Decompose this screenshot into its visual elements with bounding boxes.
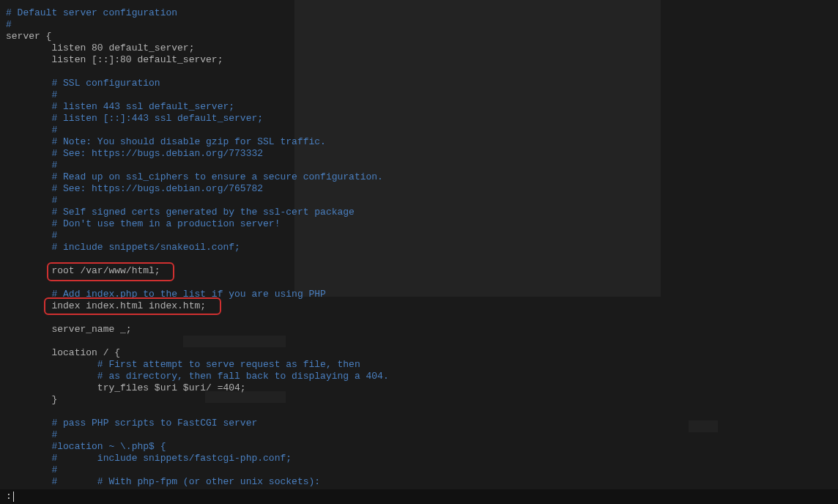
code-line: index index.html index.htm; <box>0 300 206 312</box>
code-line: # listen 443 ssl default_server; <box>0 101 234 113</box>
code-line: # <box>0 230 57 242</box>
code-line: try_files $uri $uri/ =404; <box>0 382 246 394</box>
code-line: # as directory, then fall back to displa… <box>0 371 389 382</box>
vim-command-line[interactable]: : <box>0 489 838 504</box>
code-line <box>0 253 6 265</box>
code-line: } <box>0 394 57 406</box>
code-line: # <box>0 125 57 136</box>
code-line: # <box>0 464 57 476</box>
code-line: # See: https://bugs.debian.org/765782 <box>0 183 263 195</box>
code-line: root /var/www/html; <box>0 265 160 277</box>
editor-viewport[interactable]: # Default server configuration#server { … <box>0 0 838 504</box>
code-line: # Read up on ssl_ciphers to ensure a sec… <box>0 171 383 183</box>
code-line: # listen [::]:443 ssl default_server; <box>0 113 263 125</box>
code-line: # See: https://bugs.debian.org/773332 <box>0 148 263 160</box>
code-line: listen 80 default_server; <box>0 42 194 54</box>
code-line: # <box>0 160 57 171</box>
code-line: listen [::]:80 default_server; <box>0 54 223 66</box>
code-line: # Don't use them in a production server! <box>0 218 280 230</box>
code-line <box>0 336 6 347</box>
code-line: # Note: You should disable gzip for SSL … <box>0 136 326 148</box>
code-line <box>0 406 6 418</box>
code-line <box>0 66 6 78</box>
code-line: # <box>0 195 57 207</box>
code-line: # # With php-fpm (or other unix sockets)… <box>0 476 320 488</box>
code-line: # include snippets/fastcgi-php.conf; <box>0 453 292 464</box>
code-line: server { <box>0 31 51 42</box>
code-line: # First attempt to serve request as file… <box>0 359 360 371</box>
code-line: # Default server configuration <box>0 7 177 19</box>
command-cursor <box>13 492 14 502</box>
code-line: # include snippets/snakeoil.conf; <box>0 242 240 253</box>
code-line: # Self signed certs generated by the ssl… <box>0 207 355 218</box>
code-line: # SSL configuration <box>0 78 160 89</box>
code-line: # <box>0 89 57 101</box>
code-line: #location ~ \.php$ { <box>0 441 166 453</box>
code-line <box>0 312 6 324</box>
code-line: # <box>0 429 57 441</box>
code-line: location / { <box>0 347 120 359</box>
code-line <box>0 277 6 289</box>
code-line: # pass PHP scripts to FastCGI server <box>0 418 257 429</box>
code-line: # Add index.php to the list if you are u… <box>0 289 326 300</box>
code-line: # <box>0 19 12 31</box>
code-line: server_name _; <box>0 324 132 336</box>
command-prompt: : <box>6 489 12 504</box>
